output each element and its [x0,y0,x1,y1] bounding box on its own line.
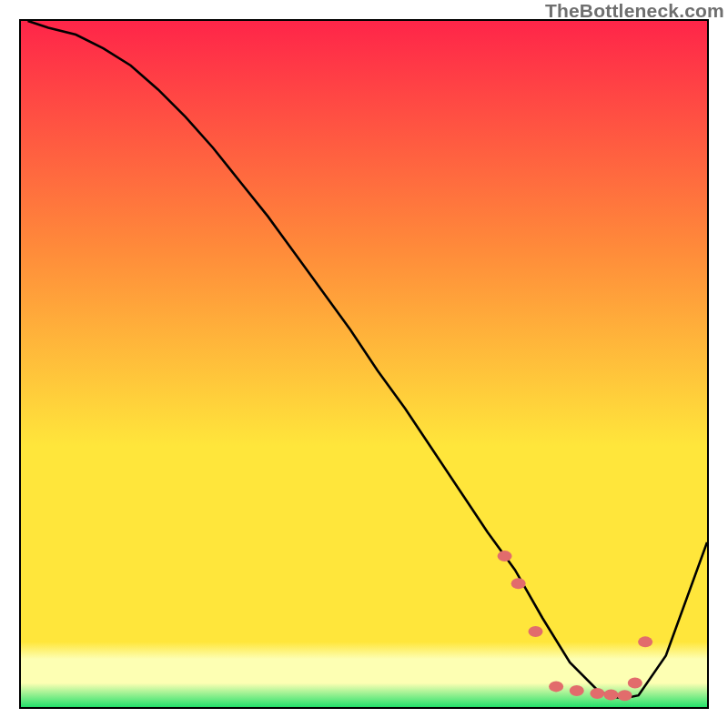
chart-container: TheBottleneck.com [0,0,728,728]
marker-point [511,578,526,589]
bottleneck-curve [21,21,707,707]
marker-point [618,690,632,701]
marker-point [549,681,563,692]
marker-point [628,678,642,689]
marker-point [498,551,512,561]
marker-point [590,688,604,699]
watermark-text: TheBottleneck.com [545,0,724,22]
marker-point [529,626,543,637]
highlight-markers [498,551,653,701]
plot-area [19,19,709,709]
marker-point [638,636,652,647]
marker-point [570,685,584,696]
marker-point [603,689,618,700]
